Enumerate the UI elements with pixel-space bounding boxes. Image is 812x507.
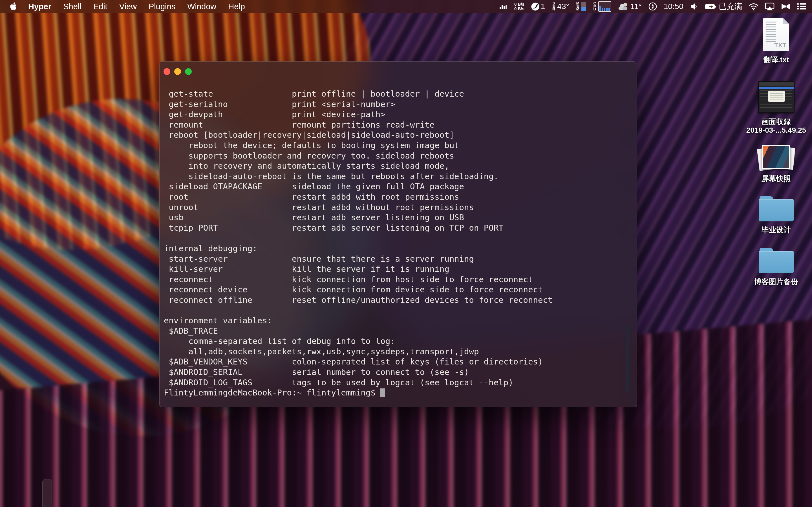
- battery-icon: [705, 3, 717, 10]
- desktop-icon-label: 翻译.txt: [763, 55, 789, 64]
- network-speed[interactable]: 0 B/s 0 B/s: [514, 2, 524, 11]
- airplay-menu[interactable]: [765, 3, 774, 11]
- hyper-terminal-window: get-state print offline | bootloader | d…: [159, 61, 637, 407]
- apple-menu[interactable]: [10, 2, 17, 11]
- memory-label: MEM: [576, 2, 580, 11]
- desktop-icon-画面収録[interactable]: 画面収録2019-03-...5.49.25: [739, 81, 812, 134]
- window-controls: [163, 68, 192, 75]
- proxy-count: 1: [541, 2, 545, 11]
- menu-bar-status: 0 B/s 0 B/s 1 SEN 43° MEM CPU 11° 10:50: [499, 1, 812, 12]
- sensor-menu[interactable]: SEN 43°: [552, 2, 569, 11]
- menu-view[interactable]: View: [119, 2, 137, 11]
- cpu-graph: [598, 1, 611, 12]
- battery-status: 已充满: [719, 1, 742, 12]
- memory-gauge: [581, 2, 586, 11]
- memory-menu[interactable]: MEM: [576, 2, 586, 11]
- menu-plugins[interactable]: Plugins: [149, 2, 175, 11]
- wifi-menu[interactable]: [749, 3, 758, 10]
- minimize-button[interactable]: [174, 68, 181, 75]
- screen-recording-thumbnail: [758, 81, 795, 113]
- close-button[interactable]: [163, 68, 170, 75]
- terminal-cursor: [380, 388, 385, 397]
- volume-menu[interactable]: [690, 3, 698, 10]
- terminal-output[interactable]: get-state print offline | bootloader | d…: [164, 89, 553, 398]
- cloud-moon-icon: [618, 2, 629, 11]
- onepassword-menu[interactable]: [648, 2, 657, 11]
- screen-mirroring-icon: [765, 3, 774, 11]
- weather-menu[interactable]: 11°: [618, 2, 642, 11]
- menu-shell[interactable]: Shell: [63, 2, 82, 11]
- desktop-icon-博客图片备份[interactable]: 博客图片备份: [739, 247, 812, 286]
- folder-icon: [759, 251, 794, 273]
- net-up: 0 B/s: [514, 2, 524, 6]
- menu-help[interactable]: Help: [228, 2, 245, 11]
- desktop-icon-毕业设计[interactable]: 毕业设计: [739, 195, 812, 234]
- istat-signal-icon[interactable]: [499, 2, 508, 11]
- bowtie-icon: [781, 3, 790, 10]
- dock: [42, 479, 52, 507]
- clock[interactable]: 10:50: [664, 2, 683, 11]
- menu-hyper[interactable]: Hyper: [28, 2, 51, 11]
- keyhole-icon: [648, 2, 657, 11]
- menu-bar-left: HyperShellEditViewPluginsWindowHelp: [0, 2, 257, 11]
- cpu-menu[interactable]: CPU: [593, 1, 611, 12]
- screenshot-stack-icon: [760, 145, 792, 170]
- folder-icon: [759, 199, 794, 221]
- desktop-icon-翻译.txt[interactable]: TXT翻译.txt: [739, 18, 812, 64]
- desktop-icon-label: 屏幕快照: [762, 174, 791, 183]
- terminal-scrollbar[interactable]: [626, 325, 629, 392]
- wifi-icon: [749, 3, 758, 10]
- menu-bar: HyperShellEditViewPluginsWindowHelp 0 B/…: [0, 0, 812, 13]
- apple-icon: [10, 2, 17, 11]
- desktop-icon-label: 毕业设计: [762, 226, 791, 234]
- desktop-icon-label-line2: 2019-03-...5.49.25: [746, 126, 806, 134]
- sensor-label: SEN: [552, 2, 556, 11]
- battery-menu[interactable]: 已充满: [705, 1, 742, 12]
- istat-combined-menu[interactable]: [797, 3, 806, 10]
- cpu-label: CPU: [593, 2, 597, 11]
- menu-window[interactable]: Window: [187, 2, 216, 11]
- bowtie-menu[interactable]: [781, 3, 790, 10]
- bird-icon: [531, 2, 540, 11]
- menu-edit[interactable]: Edit: [93, 2, 107, 11]
- desktop-icon-label: 画面収録: [762, 117, 791, 126]
- sensor-temp: 43°: [557, 2, 569, 11]
- list-icon: [797, 3, 806, 10]
- proxy-menu[interactable]: 1: [531, 2, 545, 11]
- zoom-button[interactable]: [185, 68, 192, 75]
- speaker-icon: [690, 3, 698, 10]
- weather-temp: 11°: [630, 2, 642, 11]
- desktop-icon-屏幕快照[interactable]: 屏幕快照: [739, 145, 812, 183]
- desktop-icon-label: 博客图片备份: [754, 277, 798, 286]
- net-down: 0 B/s: [514, 6, 524, 11]
